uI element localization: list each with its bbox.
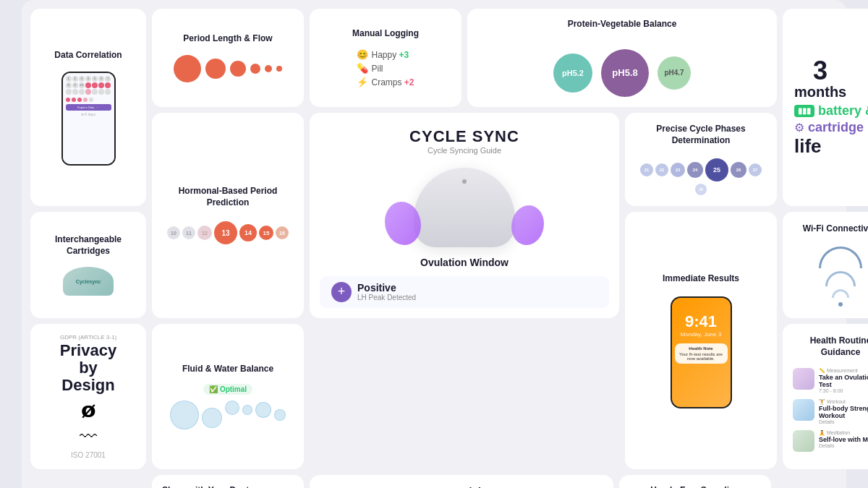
card-wifi: Wi-Fi Connectivity	[783, 212, 868, 317]
wifi-arc-1	[819, 247, 862, 268]
routine-items: 📏 Measurement Take an Ovulation Test 7:3…	[793, 368, 868, 458]
routine-thumb-3	[793, 430, 814, 452]
wifi-title: Wi-Fi Connectivity	[803, 223, 868, 235]
main-grid: Data Correlation 1 2 3 4 5 6 7 8 9 10	[22, 0, 846, 488]
phase-dot-27: 27	[749, 163, 762, 176]
ph-circles: pH5.2 pH5.8 pH4.7	[553, 49, 691, 97]
phase-dot-25: 25	[705, 158, 728, 181]
check-icon: ✅	[209, 385, 218, 393]
bubbles-area	[170, 401, 286, 429]
phone-notification: Health Note Your lh-test results are now…	[675, 343, 728, 364]
card-period-flow: Period Length & Flow	[152, 9, 304, 107]
phone-time: 9:41	[672, 298, 731, 331]
calendar: 1 2 3 4 5 6 7 8 9 10	[66, 76, 111, 95]
card-data-correlation: Data Correlation 1 2 3 4 5 6 7 8 9 10	[30, 9, 146, 206]
battery-row: ▮▮▮ battery &	[794, 103, 868, 119]
protein-veg-title: Protein-Vegetable Balance	[568, 19, 677, 30]
hands-free-title: Hands-Free Sampling	[650, 485, 739, 488]
cycle-dot-10: 10	[167, 226, 180, 239]
bubble-2	[202, 408, 222, 428]
wifi-arc-2	[825, 271, 856, 286]
health-routine-title: Health Routine Guidance	[793, 335, 868, 358]
card-health-routine: Health Routine Guidance 📏 Measurement Ta…	[783, 324, 868, 470]
phase-dot-22: 22	[655, 163, 668, 176]
cycle-sync-subtitle: Cycle Syncing Guide	[427, 146, 501, 155]
flow-circle-4	[250, 64, 260, 74]
flow-circle-5	[265, 65, 272, 72]
routine-item-1: 📏 Measurement Take an Ovulation Test 7:3…	[793, 368, 868, 393]
wifi-dot	[838, 302, 843, 307]
bubble-1	[170, 401, 199, 429]
cycle-dot-12: 12	[197, 226, 212, 240]
ovulation-positive: + Positive LH Peak Detected	[320, 276, 609, 308]
phase-dot-23: 23	[671, 163, 685, 177]
bubble-3	[225, 401, 239, 415]
card-cartridges: Interchangeable Cartridges Cyclesync	[30, 212, 146, 317]
eye-closed-icon: 𝝾̷	[81, 397, 96, 422]
cycle-dot-16: 16	[276, 226, 289, 239]
hormonal-title: Hormonal-Based Period Prediction	[162, 186, 294, 208]
card-share-doctor: Share with Your Doctor Past Cycles 30 da…	[152, 475, 304, 488]
fluid-title: Fluid & Water Balance	[182, 364, 273, 375]
phone-mockup: 1 2 3 4 5 6 7 8 9 10	[61, 72, 116, 166]
explore-data-btn[interactable]: Explore Data →	[66, 104, 111, 111]
card-fluid: Fluid & Water Balance ✅ Optimal	[152, 324, 304, 470]
card-precise: Precise Cycle Phases Determination 21 22…	[625, 113, 777, 207]
cycle-sync-title: CYCLE SYNC	[409, 127, 519, 146]
cartridge-row: ⚙ cartridge	[794, 120, 864, 135]
flow-circle-3	[230, 61, 246, 77]
routine-thumb-1	[793, 368, 814, 390]
flow-circle-2	[205, 59, 226, 79]
logging-items: 😊 Happy +3 💊 Pill ⚡ Cramps +2	[357, 49, 414, 87]
cartridge-image: Cyclesync	[63, 267, 114, 296]
ph-circle-2: pH5.8	[601, 49, 649, 97]
bubble-6	[274, 409, 286, 421]
phase-dot-28: 28	[695, 184, 707, 195]
wifi-arcs	[819, 247, 862, 307]
bubble-5	[255, 402, 271, 418]
phase-dots: 21 22 23 24 25 26 27 28	[635, 158, 767, 195]
cartridge-icon: ⚙	[794, 121, 804, 134]
share-title: Share with Your Doctor	[162, 485, 294, 488]
card-immediate: Immediate Results 9:41 Monday, June 3 He…	[625, 212, 777, 469]
eye-lashes-icon: 〰	[80, 427, 97, 447]
optimal-badge: ✅ Optimal	[203, 384, 252, 395]
manual-logging-title: Manual Logging	[352, 28, 419, 40]
iso-label: ISO 27001	[71, 451, 106, 459]
card-data-insights: Data Insights You've been handling your …	[310, 475, 613, 488]
log-happy: 😊 Happy +3	[357, 49, 414, 60]
plus-icon: +	[331, 282, 352, 302]
cartridges-title: Interchangeable Cartridges	[41, 234, 136, 257]
months-number: 3 months	[794, 58, 846, 100]
device-container	[392, 162, 537, 249]
battery-icon: ▮▮▮	[794, 105, 814, 117]
bottom-row: Share with Your Doctor Past Cycles 30 da…	[30, 475, 868, 488]
phone-date: Monday, June 3	[672, 331, 731, 338]
cycle-dot-11: 11	[182, 226, 195, 239]
card-hands-free: Hands-Free Sampling	[619, 475, 771, 488]
precise-title: Precise Cycle Phases Determination	[635, 124, 767, 146]
bubble-4	[242, 405, 252, 415]
calendar-dots	[66, 98, 111, 102]
routine-item-3: 🧘 Meditation Self-love with Mal Details	[793, 430, 868, 452]
flow-circle-1	[174, 55, 201, 82]
insights-title: Data Insights	[430, 485, 493, 488]
life-label: life	[794, 135, 822, 158]
ovulation-title: Ovulation Window	[320, 256, 609, 269]
device-dot	[462, 179, 467, 184]
flow-circle-6	[276, 66, 282, 72]
privacy-title: PrivacybyDesign	[60, 342, 116, 395]
log-cramps: ⚡ Cramps +2	[357, 77, 414, 87]
immediate-title: Immediate Results	[663, 273, 739, 285]
card-privacy: GDPR (ARTICLE 3-1) PrivacybyDesign 𝝾̷ 〰 …	[30, 324, 146, 470]
phone-screen: 1 2 3 4 5 6 7 8 9 10	[63, 73, 114, 164]
ph-circle-3: pH4.7	[658, 56, 691, 90]
data-correlation-title: Data Correlation	[54, 50, 122, 61]
gdpr-label: GDPR (ARTICLE 3-1)	[60, 334, 116, 341]
optimal-label: Optimal	[220, 385, 247, 393]
routine-item-2: 🏋️ Workout Full-body Strength Workout De…	[793, 399, 868, 424]
cycle-timeline: 10 11 12 13 14 15 16	[167, 221, 289, 244]
cycle-dot-13: 13	[214, 221, 237, 244]
ovulation-details: Positive LH Peak Detected	[357, 282, 416, 301]
cycle-dot-15: 15	[259, 226, 273, 240]
